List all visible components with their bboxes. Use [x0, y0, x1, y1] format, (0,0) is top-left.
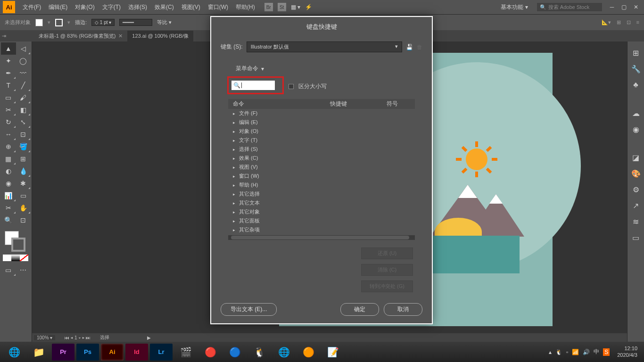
- tab-toggle-icon[interactable]: ⇥: [2, 33, 6, 39]
- width-tool[interactable]: ↔: [1, 128, 16, 140]
- command-row[interactable]: ▸效果 (C): [228, 154, 415, 163]
- magic-wand-tool[interactable]: ✦: [1, 55, 16, 67]
- live-paint-tool[interactable]: 🪣: [16, 140, 31, 153]
- cc-panel-icon[interactable]: ♣: [631, 80, 641, 90]
- menu-help[interactable]: 帮助(H): [232, 3, 259, 11]
- color-panel-icon[interactable]: ◉: [631, 124, 641, 134]
- fill-stroke-swatches[interactable]: [1, 229, 31, 253]
- menu-object[interactable]: 对象(O): [71, 3, 98, 11]
- mesh-tool[interactable]: ⊞: [16, 153, 31, 165]
- arrange-icon[interactable]: ▦ ▾: [291, 4, 300, 10]
- menu-select[interactable]: 选择(S): [124, 3, 151, 11]
- browser-task-icon[interactable]: 🌐: [3, 344, 25, 361]
- gpu-icon[interactable]: ⚡: [305, 4, 312, 10]
- uniform-label[interactable]: 等比 ▾: [157, 19, 172, 26]
- cloud-panel-icon[interactable]: ☁: [631, 108, 641, 118]
- direct-selection-tool[interactable]: ◁: [16, 42, 31, 55]
- properties-panel-icon[interactable]: ⊞: [631, 48, 641, 58]
- gradient-tool[interactable]: ◐: [1, 165, 16, 177]
- photoshop-task-icon[interactable]: Ps: [76, 344, 99, 361]
- stroke-swatch[interactable]: [55, 19, 63, 26]
- blend-tool[interactable]: ◉: [1, 177, 16, 189]
- tray-app-icon[interactable]: ▫: [566, 349, 568, 355]
- print-tiling-tool[interactable]: ⊡: [16, 214, 31, 226]
- command-row[interactable]: ▸文字 (T): [228, 136, 415, 145]
- artboards-panel-icon[interactable]: ▭: [631, 233, 641, 242]
- none-mode-icon[interactable]: [20, 255, 28, 261]
- export-text-button[interactable]: 导出文本 (E)...: [221, 303, 277, 316]
- color-mode-icon[interactable]: [3, 255, 11, 261]
- explorer-task-icon[interactable]: 📁: [27, 344, 50, 361]
- command-row[interactable]: ▸窗口 (W): [228, 172, 415, 181]
- eraser-tool[interactable]: ◧: [16, 104, 31, 116]
- menu-view[interactable]: 视图(V): [178, 3, 204, 11]
- artboard-nav[interactable]: ⏮ ◀ 1 ▾ ▶ ⏭: [65, 335, 90, 340]
- command-row[interactable]: ▸文件 (F): [228, 109, 415, 118]
- hand-tool[interactable]: ✋: [16, 202, 31, 214]
- search-input[interactable]: 🔍: [231, 81, 275, 90]
- maximize-button[interactable]: ▢: [619, 4, 629, 10]
- edit-toolbar[interactable]: ⋯: [16, 264, 31, 276]
- layers-panel-icon[interactable]: ≋: [631, 217, 641, 226]
- shape-builder-tool[interactable]: ⊕: [1, 140, 16, 153]
- rectangle-tool[interactable]: ▭: [1, 91, 16, 104]
- scrollbar-arrow-icon[interactable]: ▶: [147, 335, 151, 340]
- symbol-sprayer-tool[interactable]: ✱: [16, 177, 31, 189]
- panel-menu-icon[interactable]: ≡: [636, 19, 639, 25]
- document-tab-2[interactable]: 123.ai @ 100% (RGB/像: [127, 31, 193, 41]
- command-row[interactable]: ▸对象 (O): [228, 127, 415, 136]
- app-task-icon[interactable]: 🟠: [297, 344, 320, 361]
- cancel-button[interactable]: 取消: [384, 303, 422, 316]
- command-row[interactable]: ▸视图 (V): [228, 163, 415, 172]
- illustrator-task-icon[interactable]: Ai: [101, 344, 124, 361]
- selection-tool[interactable]: ▲: [1, 42, 16, 55]
- save-set-icon[interactable]: 💾: [406, 44, 413, 50]
- delete-set-icon[interactable]: 🗑: [417, 44, 422, 50]
- tray-speaker-icon[interactable]: 🔊: [583, 349, 590, 355]
- command-row[interactable]: ▸其它杂项: [228, 225, 415, 234]
- command-row[interactable]: ▸其它面板: [228, 216, 415, 225]
- command-row[interactable]: ▸帮助 (H): [228, 181, 415, 189]
- clock[interactable]: 12:10 2020/4/3: [613, 346, 641, 358]
- isolate-icon[interactable]: ⊡: [627, 19, 631, 25]
- case-sensitive-checkbox[interactable]: [289, 84, 294, 89]
- gradient-mode-icon[interactable]: [11, 255, 20, 261]
- free-transform-tool[interactable]: ⊡: [16, 128, 31, 140]
- command-row[interactable]: ▸其它文本: [228, 198, 415, 207]
- app-task-icon[interactable]: 🎬: [174, 344, 197, 361]
- transform-icon[interactable]: ⊞: [617, 19, 621, 25]
- align-icon[interactable]: 📐▾: [602, 19, 611, 25]
- menu-file[interactable]: 文件(F): [19, 3, 45, 11]
- pen-tool[interactable]: ✒: [1, 67, 16, 79]
- brush-selector[interactable]: ━━━━: [119, 19, 152, 26]
- column-graph-tool[interactable]: 📊: [1, 189, 16, 202]
- workspace-selector[interactable]: 基本功能 ▾: [497, 2, 531, 12]
- document-tab-1[interactable]: 未标题-1 @ 83% (RGB/像素预览)✕: [34, 31, 127, 41]
- command-row[interactable]: ▸其它选择: [228, 189, 415, 198]
- tray-ime-icon[interactable]: 中: [594, 348, 599, 356]
- premiere-task-icon[interactable]: Pr: [52, 344, 74, 361]
- keyset-selector[interactable]: Illustrator 默认值▾: [247, 41, 402, 52]
- stock-icon[interactable]: St: [278, 3, 286, 11]
- command-row[interactable]: ▸编辑 (E): [228, 118, 415, 127]
- indesign-task-icon[interactable]: Id: [125, 344, 148, 361]
- swatches-panel-icon[interactable]: ◪: [631, 153, 641, 162]
- qq-task-icon[interactable]: 🐧: [248, 344, 271, 361]
- tray-up-icon[interactable]: ▴: [549, 349, 552, 355]
- export-panel-icon[interactable]: ↗: [631, 201, 641, 210]
- stock-search[interactable]: 🔍 搜索 Adobe Stock: [537, 2, 603, 12]
- shortcut-type-selector[interactable]: 菜单命令 ▾: [231, 64, 422, 74]
- line-tool[interactable]: ╱: [16, 79, 31, 91]
- app-task-icon[interactable]: 🔴: [199, 344, 222, 361]
- app-task-icon[interactable]: 🔵: [223, 344, 246, 361]
- fill-swatch[interactable]: [35, 19, 43, 26]
- shaper-tool[interactable]: ✂: [1, 104, 16, 116]
- close-icon[interactable]: ✕: [118, 33, 123, 39]
- curvature-tool[interactable]: 〰: [16, 67, 31, 79]
- slice-tool[interactable]: ✂: [1, 202, 16, 214]
- menu-edit[interactable]: 编辑(E): [45, 3, 71, 11]
- perspective-tool[interactable]: ▦: [1, 153, 16, 165]
- brushes-panel-icon[interactable]: 🎨: [631, 169, 641, 178]
- close-button[interactable]: ✕: [631, 4, 641, 10]
- horizontal-scrollbar[interactable]: [228, 235, 415, 240]
